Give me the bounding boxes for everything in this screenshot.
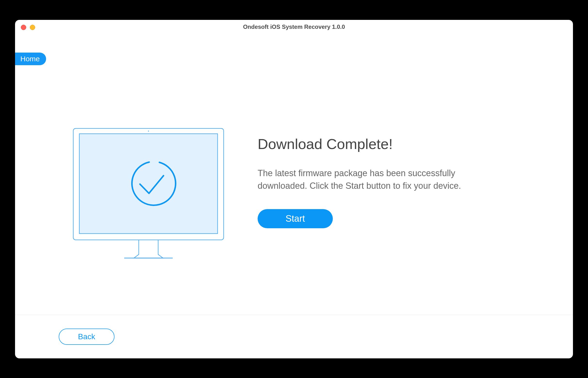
svg-rect-2 <box>79 134 218 234</box>
svg-point-1 <box>148 131 149 132</box>
footer: Back <box>15 315 573 358</box>
window-close-button[interactable] <box>21 25 26 30</box>
window-minimize-button[interactable] <box>30 25 35 30</box>
page-description: The latest firmware package has been suc… <box>258 167 500 192</box>
page-heading: Download Complete! <box>258 136 500 152</box>
back-button-label: Back <box>78 332 95 341</box>
start-button[interactable]: Start <box>258 209 333 228</box>
start-button-label: Start <box>286 214 305 224</box>
monitor-checkmark-illustration <box>59 123 233 262</box>
status-panel: Download Complete! The latest firmware p… <box>233 123 500 228</box>
back-button[interactable]: Back <box>59 329 115 345</box>
window-titlebar: Ondesoft iOS System Recovery 1.0.0 <box>15 20 573 34</box>
traffic-lights <box>21 25 35 30</box>
main-content: Download Complete! The latest firmware p… <box>15 34 573 262</box>
breadcrumb: Home <box>15 53 46 65</box>
breadcrumb-home-label: Home <box>20 55 40 63</box>
window-title: Ondesoft iOS System Recovery 1.0.0 <box>243 24 345 30</box>
app-window: Ondesoft iOS System Recovery 1.0.0 Home <box>15 20 573 358</box>
breadcrumb-home[interactable]: Home <box>15 53 46 65</box>
